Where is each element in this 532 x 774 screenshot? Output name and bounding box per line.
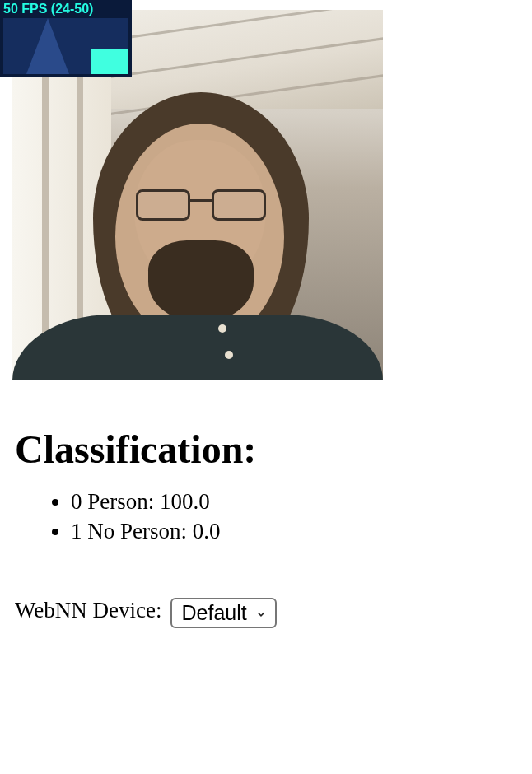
chevron-down-icon [255, 601, 267, 625]
device-select[interactable]: Default [170, 598, 277, 628]
fps-overlay: 50 FPS (24-50) [0, 0, 132, 77]
classification-results-list: 0 Person: 100.0 1 No Person: 0.0 [48, 487, 532, 547]
list-item: 0 Person: 100.0 [71, 487, 532, 516]
list-item: 1 No Person: 0.0 [71, 516, 532, 546]
fps-graph [3, 18, 128, 74]
device-label: WebNN Device: [15, 598, 162, 623]
classification-heading: Classification: [15, 427, 532, 472]
fps-counter-text: 50 FPS (24-50) [0, 0, 132, 18]
device-selected-value: Default [182, 601, 247, 625]
device-selector-row: WebNN Device: Default Default GPU CPU [15, 598, 532, 628]
glasses-graphic [136, 189, 266, 222]
